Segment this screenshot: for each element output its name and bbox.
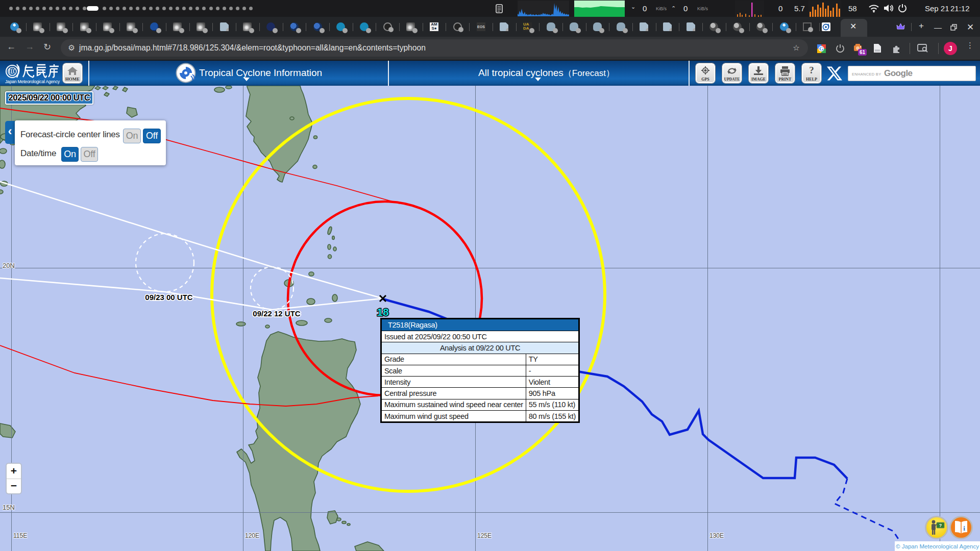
svg-text:i: i — [963, 524, 965, 532]
svg-text:?: ? — [939, 523, 942, 528]
svg-text:G: G — [819, 45, 824, 52]
svg-text:09/22 12 UTC: 09/22 12 UTC — [253, 309, 301, 318]
svg-text:09/23 00 UTC: 09/23 00 UTC — [145, 293, 193, 302]
svg-text:Japan Meteorological Agency: Japan Meteorological Agency — [5, 79, 60, 84]
svg-text:18: 18 — [377, 306, 389, 318]
